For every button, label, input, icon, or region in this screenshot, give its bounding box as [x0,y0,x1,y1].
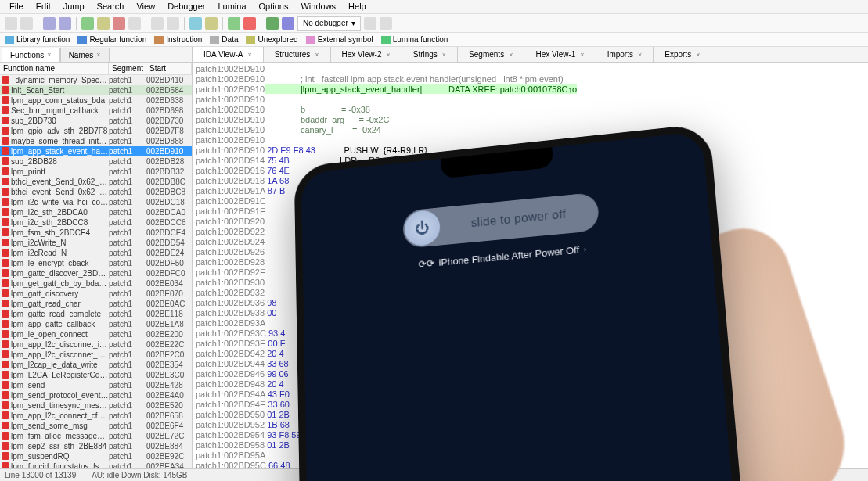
tab-names[interactable]: Names× [60,48,110,62]
function-row[interactable]: lpm_i2c_write_via_hci_command_co…patch10… [0,197,192,207]
function-row[interactable]: lpm_send_protocol_event_responsepatch100… [0,390,192,400]
disasm-line[interactable]: patch1:002BD924 [196,237,868,247]
function-row[interactable]: lpm_i2c_sth_2BDCA0patch1002BDCA0 [0,207,192,217]
function-row[interactable]: lpm_app_l2c_disconnet_ind_cbpatch1002BE2… [0,339,192,350]
function-row[interactable]: lpm_i2cRead_Npatch1002BDE24 [0,248,192,258]
function-row[interactable]: lpm_app_stack_event_handlerpatch1002BD91… [0,146,192,156]
disasm-line[interactable]: patch1:002BD946 99 06 [196,369,868,379]
hex-icon[interactable] [97,17,110,30]
function-row[interactable]: lpm_sep2_ssr_sth_2BE884patch1002BE884 [0,441,192,451]
disasm-line[interactable]: patch1:002BD954 93 F8 59 30 [196,430,868,440]
cfg-icon[interactable] [151,17,164,30]
function-row[interactable]: lpm_i2c_sth_2BDCC8patch1002BDCC8 [0,217,192,228]
close-icon[interactable]: × [47,51,51,59]
function-row[interactable]: _dynamic_memory_SpecialBlockPool…patch10… [0,75,192,85]
disasm-line[interactable]: patch1:002BD920 [196,217,868,227]
function-row[interactable]: lpm_send_timesync_messagepatch1002BE520 [0,400,192,411]
disasm-line[interactable]: patch1:002BD930 [196,278,868,288]
disassembly-view[interactable]: patch1:002BD910patch1:002BD910 ; int fas… [193,63,868,468]
disasm-line[interactable]: patch1:002BD93A [196,318,868,328]
menu-debugger[interactable]: Debugger [161,0,211,13]
col-start[interactable]: Start [146,63,192,74]
disasm-line[interactable]: patch1:002BD922 [196,227,868,237]
disasm-line[interactable]: patch1:002BD916 76 4E LDR R6, =... [196,166,868,176]
disasm-line[interactable]: patch1:002BD94A 43 F0 [196,389,868,400]
function-row[interactable]: lpm_fsm_alloc_message_1_2_7_2BE…patch100… [0,431,192,441]
menu-help[interactable]: Help [342,0,373,13]
function-row[interactable]: lpm_le_encrypt_cbackpatch1002BDF50 [0,258,192,268]
disasm-line[interactable]: patch1:002BD910 ; int fastcall lpm app s… [196,74,868,84]
menu-edit[interactable]: Edit [30,0,57,13]
disasm-line[interactable]: patch1:002BD914 75 4B LDR R3, =canary_de… [196,156,868,166]
str-icon[interactable] [205,17,218,30]
menu-view[interactable]: View [130,0,161,13]
cancel-icon[interactable] [243,17,256,30]
disasm-line[interactable]: patch1:002BD91E [196,206,868,217]
disasm-line[interactable]: patch1:002BD910 [196,95,868,105]
tab-functions[interactable]: Functions× [2,48,60,62]
function-row[interactable]: lpm_i2cWrite_Npatch1002BDD54 [0,238,192,248]
disasm-line[interactable]: patch1:002BD93E 00 F [196,339,868,349]
hex2-icon[interactable] [189,17,202,30]
disasm-line[interactable]: patch1:002BD94E 33 60 [196,400,868,410]
function-row[interactable]: lpm_send_some_msgpatch1002BE6F4 [0,421,192,431]
refresh-icon[interactable] [228,17,240,30]
disasm-line[interactable]: patch1:002BD918 1A 68 [196,176,868,186]
function-row[interactable]: lpm_le_open_connectpatch1002BE200 [0,329,192,339]
function-row[interactable]: bthci_event_Send_0x62_CommandC…patch1002… [0,187,192,197]
function-row[interactable]: bthci_event_Send_0x62_CommandC…patch1002… [0,177,192,187]
col-function-name[interactable]: Function name [0,63,109,74]
function-row[interactable]: lpm_L2CA_LeRegisterConnectpatch1002BE3C0 [0,370,192,380]
function-row[interactable]: lpm_app_gattc_callbackpatch1002BE1A8 [0,319,192,329]
tab-strings[interactable]: Strings× [402,47,458,62]
function-row[interactable]: sub_2BDB28patch1002BDB28 [0,156,192,167]
disasm-line[interactable]: patch1:002BD942 20 4 [196,349,868,359]
fwd-icon[interactable] [59,17,71,30]
disasm-line[interactable]: patch1:002BD95C 66 48 [196,461,868,468]
menu-jump[interactable]: Jump [57,0,91,13]
play-icon[interactable] [266,17,279,30]
tab-ida-view-a[interactable]: IDA View-A× [193,47,264,62]
tab-hex-view-2[interactable]: Hex View-2× [331,47,402,62]
disasm-line[interactable]: patch1:002BD910 [196,135,868,145]
function-row[interactable]: Sec_btm_mgmt_callbackpatch1002BD698 [0,106,192,116]
tab-exports[interactable]: Exports× [654,47,711,62]
function-row[interactable]: lpm_printfpatch1002BDB32 [0,167,192,177]
disasm-line[interactable]: patch1:002BD926 [196,247,868,257]
col-segment[interactable]: Segment [109,63,146,74]
function-row[interactable]: lpm_gattc_read_completepatch1002BE118 [0,309,192,319]
x-icon[interactable] [113,17,125,30]
function-row[interactable]: lpm_funcid_funcstatus_fsm_2BEA34patch100… [0,461,192,468]
function-row[interactable]: lpm_app_l2c_disconnet_cfm_cbpatch1002BE2… [0,350,192,360]
function-row[interactable]: lpm_l2cap_le_data_writepatch1002BE354 [0,360,192,370]
disasm-line[interactable]: patch1:002BD92E [196,267,868,278]
disasm-line[interactable]: patch1:002BD95A [196,450,868,461]
disasm-line[interactable]: patch1:002BD950 01 2B [196,410,868,420]
function-row[interactable]: Init_Scan_Startpatch1002BD584 [0,85,192,95]
disasm-line[interactable]: patch1:002BD910 2D E9 F8 43 PUSH.W {R4-R… [196,145,868,156]
debugger-combo[interactable]: No debugger▾ [297,16,361,31]
tab-segments[interactable]: Segments× [458,47,524,62]
menu-file[interactable]: File [3,0,30,13]
disasm-line[interactable]: patch1:002BD932 [196,288,868,298]
function-row[interactable]: maybe_some_thread_init_2BD888patch1002BD… [0,136,192,146]
function-row[interactable]: lpm_sendpatch1002BE428 [0,380,192,390]
function-row[interactable]: lpm_gatt_discoverypatch1002BE070 [0,289,192,299]
fn-icon[interactable] [167,17,179,30]
back-icon[interactable] [43,17,56,30]
function-row[interactable]: sub_2BD730patch1002BD730 [0,116,192,126]
tab-structures[interactable]: Structures× [264,47,331,62]
disasm-line[interactable]: patch1:002BD910 b = -0x38 [196,105,868,115]
function-row[interactable]: lpm_suspendRQpatch1002BE92C [0,451,192,461]
menu-search[interactable]: Search [91,0,131,13]
disasm-line[interactable]: patch1:002BD938 00 [196,308,868,318]
disasm-line[interactable]: patch1:002BD928 et_handl [196,257,868,267]
function-row[interactable]: lpm_fsm_sth_2BDCE4patch1002BDCE4 [0,228,192,238]
dbg2-icon[interactable] [380,17,392,30]
search-icon[interactable] [128,17,141,30]
functions-list[interactable]: _dynamic_memory_SpecialBlockPool…patch10… [0,75,192,468]
disasm-line[interactable]: patch1:002BD91C [196,196,868,206]
function-row[interactable]: lpm_gatt_read_charpatch1002BE0AC [0,299,192,309]
tab-imports[interactable]: Imports× [596,47,654,62]
disasm-line[interactable]: patch1:002BD91A 87 B [196,186,868,196]
